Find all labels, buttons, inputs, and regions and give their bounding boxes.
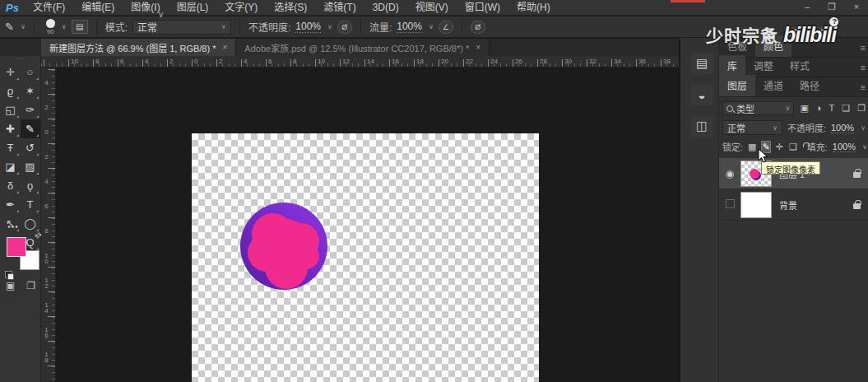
eye-icon[interactable]: ◉ bbox=[719, 168, 740, 179]
menu-item-7[interactable]: 3D(D) bbox=[364, 0, 407, 16]
pasteboard[interactable] bbox=[56, 68, 679, 382]
eyedropper-tool[interactable]: ✑ bbox=[21, 100, 40, 119]
opacity-value[interactable]: 100% bbox=[295, 21, 321, 33]
eraser-tool[interactable]: ◪ bbox=[1, 157, 21, 176]
menu-item-9[interactable]: 窗口(W) bbox=[457, 0, 508, 16]
panel-menu-icon[interactable]: ≡ bbox=[861, 82, 866, 92]
flow-value[interactable]: 100% bbox=[397, 21, 422, 33]
visibility-off-box[interactable] bbox=[719, 199, 740, 211]
chevron-down-icon[interactable]: ∨ bbox=[21, 23, 26, 30]
horizontal-ruler[interactable]: 1086420246810121416182022242628303234363… bbox=[41, 56, 679, 68]
ruler-number: 8 bbox=[95, 58, 99, 65]
chevron-down-icon[interactable]: ∨ bbox=[327, 23, 332, 30]
brush-settings-panel-toggle[interactable]: ▤ bbox=[72, 20, 88, 34]
layer-filter-dropdown[interactable]: 类型 ∨ bbox=[722, 101, 794, 115]
clone-stamp-tool[interactable]: Ŧ bbox=[1, 138, 21, 157]
blend-mode-dropdown[interactable]: 正常 ∨ bbox=[132, 20, 231, 35]
layer-blend-mode-dropdown[interactable]: 正常 ∨ bbox=[722, 120, 782, 135]
blur-tool[interactable]: δ bbox=[1, 176, 21, 195]
restore-button[interactable]: ❐ bbox=[825, 2, 838, 12]
crop-tool[interactable]: ◱ bbox=[1, 100, 21, 119]
type-tool[interactable]: T bbox=[21, 195, 40, 214]
window-controls: – ❐ × bbox=[801, 0, 863, 13]
lasso-tool[interactable]: ϱ bbox=[1, 82, 21, 100]
panel-tab-图层[interactable]: 图层 bbox=[719, 75, 755, 96]
pen-tool[interactable]: ✒ bbox=[1, 195, 21, 214]
menu-item-0[interactable]: 文件(F) bbox=[25, 0, 73, 16]
fill-value[interactable]: 100% bbox=[833, 142, 856, 152]
healing-brush-tool[interactable]: ✚ bbox=[1, 119, 21, 138]
menu-item-10[interactable]: 帮助(H) bbox=[508, 0, 559, 16]
gradient-tool[interactable]: ▨ bbox=[21, 157, 40, 176]
canvas[interactable] bbox=[192, 133, 539, 382]
default-colors-icon[interactable] bbox=[5, 271, 12, 278]
history-brush-tool[interactable]: ↺ bbox=[21, 138, 40, 157]
filter-shape-layers-icon[interactable]: ❏ bbox=[842, 103, 850, 114]
ruler-number: 18 bbox=[416, 58, 424, 65]
ruler-number: 18 bbox=[43, 351, 50, 362]
properties-panel-icon[interactable]: ◒ bbox=[690, 84, 713, 105]
lock-artboard-icon[interactable]: ❏ bbox=[789, 142, 797, 152]
menu-item-8[interactable]: 视图(V) bbox=[407, 0, 457, 16]
dodge-tool[interactable]: ϙ bbox=[21, 176, 40, 195]
layer-opacity-label: 不透明度: bbox=[787, 121, 826, 134]
chevron-down-icon[interactable]: ∨ bbox=[861, 124, 866, 132]
layer-opacity-value[interactable]: 100% bbox=[831, 123, 854, 133]
document-tab-0[interactable]: 新建图层方法 @ 66.9% (图层 1, RGB/8) *× bbox=[41, 39, 236, 56]
move-tool[interactable]: ✛ bbox=[1, 63, 21, 82]
airbrush-icon[interactable]: ∠ bbox=[439, 21, 453, 34]
tab-close-icon[interactable]: × bbox=[222, 43, 227, 52]
filter-pixel-layers-icon[interactable]: ▣ bbox=[800, 103, 808, 114]
panel-tab-样式[interactable]: 样式 bbox=[782, 55, 818, 77]
layer-row[interactable]: 背景 bbox=[719, 189, 868, 221]
filter-smart-objects-icon[interactable]: ❐ bbox=[857, 103, 866, 114]
smoothing-icon[interactable]: Ø bbox=[471, 21, 485, 34]
marquee-tool[interactable]: ○ bbox=[21, 63, 40, 82]
chevron-down-icon: ∨ bbox=[786, 105, 791, 112]
panel-tab-调整[interactable]: 调整 bbox=[745, 55, 782, 77]
layer-blend-row: 正常 ∨ 不透明度: 100% ∨ bbox=[719, 119, 868, 138]
photoshop-logo[interactable]: Ps bbox=[0, 0, 25, 16]
photoshop-window: Ps 文件(F)编辑(E)图像(I)图层(L)文字(Y)选择(S)滤镜(T)3D… bbox=[0, 0, 868, 382]
current-tool-icon[interactable]: ✎ bbox=[5, 21, 14, 33]
history-panel-icon[interactable]: ▤ bbox=[690, 53, 713, 74]
menu-item-5[interactable]: 选择(S) bbox=[266, 0, 315, 16]
pressure-opacity-icon[interactable]: Ø bbox=[337, 21, 352, 34]
panel-tab-路径[interactable]: 路径 bbox=[791, 75, 828, 96]
document-tab-1[interactable]: Adobe家族.psd @ 12.5% (Illustrator CC2017,… bbox=[236, 39, 490, 56]
filter-type-layers-icon[interactable]: T bbox=[829, 103, 835, 114]
panel-tab-通道[interactable]: 通道 bbox=[755, 75, 791, 96]
brush-tool[interactable]: ✎ bbox=[21, 119, 40, 138]
chevron-down-icon[interactable]: ∨ bbox=[429, 23, 434, 30]
lock-position-icon[interactable]: ✛ bbox=[776, 142, 783, 152]
brush-preset-picker[interactable]: 90 bbox=[46, 19, 55, 35]
chevron-down-icon[interactable]: ∨ bbox=[862, 143, 867, 151]
chevron-down-icon[interactable]: ∨ bbox=[158, 10, 164, 19]
lock-transparent-pixels-icon[interactable]: ▦ bbox=[748, 142, 756, 152]
ruler-number: 2 bbox=[169, 58, 173, 65]
panel-tab-库[interactable]: 库 bbox=[719, 55, 745, 77]
layer-lock-row: 锁定: ▦✎✛❏ 填充: 100% ∨ bbox=[719, 138, 868, 158]
layer-thumbnail[interactable] bbox=[740, 192, 772, 218]
quick-mask-icon[interactable]: ▣ bbox=[6, 280, 15, 291]
close-button[interactable]: × bbox=[850, 2, 863, 12]
toolbar-grip[interactable]: ···· bbox=[0, 56, 40, 63]
tab-close-icon[interactable]: × bbox=[476, 43, 480, 52]
chevron-down-icon[interactable]: ∨ bbox=[62, 23, 67, 30]
magic-wand-tool[interactable]: ✶ bbox=[21, 82, 40, 100]
minimize-button[interactable]: – bbox=[801, 2, 814, 12]
foreground-color-swatch[interactable] bbox=[7, 237, 26, 257]
panel-menu-icon[interactable]: ≡ bbox=[861, 43, 866, 53]
menu-item-3[interactable]: 图层(L) bbox=[169, 0, 217, 16]
screen-mode-icon[interactable]: ❐ bbox=[26, 280, 35, 291]
menu-item-1[interactable]: 编辑(E) bbox=[73, 0, 123, 16]
blend-mode-value: 正常 bbox=[137, 20, 157, 34]
menu-item-4[interactable]: 文字(Y) bbox=[216, 0, 266, 16]
vertical-ruler[interactable]: 42024681012141618 bbox=[41, 68, 56, 382]
ruler-number: 2 bbox=[43, 104, 50, 109]
filter-adjustment-layers-icon[interactable]: ◑ bbox=[816, 103, 822, 114]
panel-menu-icon[interactable]: ≡ bbox=[861, 63, 866, 72]
libraries-panel-icon[interactable]: ◫ bbox=[690, 115, 713, 137]
ruler-number: 2 bbox=[219, 58, 222, 65]
menu-item-6[interactable]: 滤镜(T) bbox=[315, 0, 364, 16]
